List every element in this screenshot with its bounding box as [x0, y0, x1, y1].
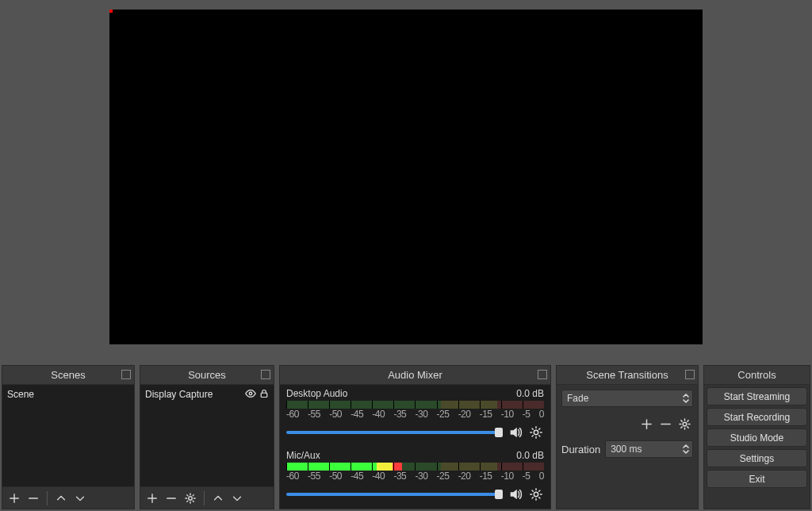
transition-settings-button[interactable] — [676, 415, 693, 432]
source-item-label: Display Capture — [145, 389, 245, 400]
mixer-channel: Mic/Aux 0.0 dB -60-55-50-45-40-35-30-25-… — [286, 450, 544, 502]
exit-button[interactable]: Exit — [707, 470, 807, 488]
duration-label: Duration — [561, 444, 600, 455]
scenes-titlebar[interactable]: Scenes — [2, 366, 134, 385]
separator — [47, 491, 48, 505]
add-scene-button[interactable] — [6, 490, 23, 507]
source-settings-button[interactable] — [182, 490, 199, 507]
remove-transition-button[interactable] — [657, 415, 674, 432]
controls-dock: Controls Start Streaming Start Recording… — [703, 365, 810, 509]
detach-icon[interactable] — [685, 370, 695, 379]
settings-button[interactable]: Settings — [707, 449, 807, 467]
scenes-dock: Scenes Scene — [2, 365, 135, 509]
detach-icon[interactable] — [538, 370, 547, 379]
start-streaming-button[interactable]: Start Streaming — [707, 387, 807, 405]
lock-icon[interactable] — [259, 388, 269, 402]
add-source-button[interactable] — [144, 490, 161, 507]
scenes-list: Scene — [2, 385, 134, 509]
channel-name: Mic/Aux — [286, 450, 320, 461]
transitions-title: Scene Transitions — [586, 369, 668, 381]
controls-body: Start Streaming Start Recording Studio M… — [704, 385, 810, 509]
mute-button[interactable] — [508, 486, 523, 502]
channel-level: 0.0 dB — [516, 450, 544, 461]
sources-list: Display Capture — [140, 385, 274, 509]
move-source-up-button[interactable] — [209, 490, 227, 507]
separator — [204, 491, 205, 505]
channel-meter: -60-55-50-45-40-35-30-25-20-15-10-50 — [286, 401, 544, 415]
slider-thumb[interactable] — [495, 428, 503, 437]
move-scene-down-button[interactable] — [71, 490, 89, 507]
detach-icon[interactable] — [261, 370, 270, 379]
mixer-body: Desktop Audio 0.0 dB -60-55-50-45-40-35-… — [280, 385, 550, 509]
move-source-down-button[interactable] — [228, 490, 246, 507]
sources-dock: Sources Display Capture — [140, 365, 274, 509]
mute-button[interactable] — [508, 425, 523, 440]
sources-title: Sources — [188, 369, 226, 381]
sources-toolbar — [140, 486, 274, 509]
svg-point-2 — [189, 496, 192, 499]
detach-icon[interactable] — [121, 370, 131, 379]
transitions-body: Fade Duration 300 ms — [557, 385, 698, 509]
duration-input[interactable]: 300 ms — [605, 440, 693, 458]
transitions-titlebar[interactable]: Scene Transitions — [557, 366, 698, 385]
start-recording-button[interactable]: Start Recording — [707, 408, 807, 426]
transition-selected: Fade — [567, 393, 588, 404]
visibility-icon[interactable] — [245, 388, 256, 402]
scenes-title: Scenes — [51, 369, 85, 381]
svg-point-5 — [683, 422, 687, 426]
dock-row: Scenes Scene Sources Display Capture — [0, 365, 812, 511]
scene-item-label: Scene — [7, 389, 129, 400]
svg-point-3 — [534, 430, 538, 434]
scene-item[interactable]: Scene — [2, 385, 134, 404]
updown-icon — [681, 392, 691, 405]
controls-titlebar[interactable]: Controls — [704, 366, 810, 385]
controls-title: Controls — [737, 369, 776, 381]
slider-thumb[interactable] — [495, 490, 503, 499]
sources-titlebar[interactable]: Sources — [140, 366, 274, 385]
mixer-title: Audio Mixer — [388, 369, 442, 381]
preview-canvas[interactable] — [109, 10, 703, 344]
preview-area — [0, 0, 812, 365]
scenes-toolbar — [2, 486, 134, 509]
remove-scene-button[interactable] — [25, 490, 42, 507]
mixer-channel: Desktop Audio 0.0 dB -60-55-50-45-40-35-… — [286, 388, 544, 440]
spinner-icon[interactable] — [681, 443, 691, 455]
svg-point-0 — [249, 392, 252, 395]
channel-level: 0.0 dB — [516, 388, 544, 399]
source-item[interactable]: Display Capture — [140, 385, 274, 404]
source-handle[interactable] — [109, 10, 113, 13]
channel-name: Desktop Audio — [286, 388, 347, 399]
mixer-dock: Audio Mixer Desktop Audio 0.0 dB -60-55-… — [279, 365, 551, 509]
volume-slider[interactable] — [286, 431, 503, 434]
add-transition-button[interactable] — [638, 415, 655, 432]
move-scene-up-button[interactable] — [52, 490, 70, 507]
svg-rect-1 — [261, 393, 267, 397]
meter-scale: -60-55-50-45-40-35-30-25-20-15-10-50 — [286, 471, 544, 482]
remove-source-button[interactable] — [163, 490, 180, 507]
duration-value: 300 ms — [611, 444, 642, 455]
meter-scale: -60-55-50-45-40-35-30-25-20-15-10-50 — [286, 409, 544, 420]
transitions-dock: Scene Transitions Fade Duration 300 ms — [556, 365, 699, 509]
channel-meter: -60-55-50-45-40-35-30-25-20-15-10-50 — [286, 463, 544, 477]
mixer-titlebar[interactable]: Audio Mixer — [280, 366, 550, 385]
transition-select[interactable]: Fade — [561, 390, 693, 407]
channel-settings-button[interactable] — [528, 486, 544, 502]
svg-point-4 — [534, 492, 538, 496]
channel-settings-button[interactable] — [528, 425, 544, 440]
volume-slider[interactable] — [286, 493, 503, 496]
studio-mode-button[interactable]: Studio Mode — [707, 428, 807, 447]
